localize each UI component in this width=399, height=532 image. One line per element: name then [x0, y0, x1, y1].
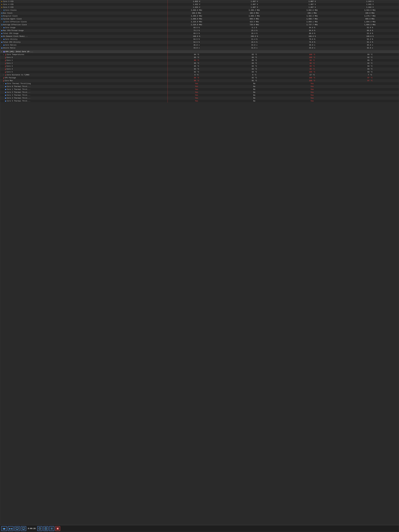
table-row: ∨ CPU [#0]: Intel Core i5-... [0, 50, 399, 53]
table-row: Core 3 Thermal Throt...YesNoYes [0, 94, 399, 97]
row-value-v3: 1.067 V [283, 0, 341, 3]
forward-back-btn[interactable]: ▶◀ [8, 526, 14, 531]
row-value-v2: 1.007 V [225, 6, 283, 9]
clock-icon [1, 18, 3, 20]
circle-icon [5, 94, 7, 96]
row-value-v1: 64.5 % [168, 41, 225, 44]
row-value-v4: 1.041 V [341, 3, 399, 6]
circle-icon [1, 32, 3, 34]
settings-btn[interactable] [49, 526, 54, 531]
row-value-v4: 3,563.9 MHz [341, 9, 399, 12]
svg-point-42 [5, 69, 6, 70]
svg-line-5 [4, 10, 5, 11]
vid-icon [1, 0, 3, 2]
row-name-cell: Uncore Ratio [0, 47, 168, 50]
row-value-v1: 100.0 MHz [168, 12, 225, 15]
svg-point-40 [5, 66, 6, 67]
thermometer-icon [5, 54, 7, 56]
row-value-v3: 100 °C [283, 79, 341, 82]
row-name-cell: Total CPU Utility [0, 41, 168, 44]
table-row: Core Max96 °C92 °C100 °C97 °C [0, 79, 399, 82]
thermometer-icon [5, 57, 6, 58]
row-name-cell: Core 0 [0, 56, 168, 59]
expand-arrow[interactable]: > [3, 74, 5, 76]
row-value-v3: 36.0 x [283, 44, 341, 47]
svg-line-67 [40, 529, 40, 529]
svg-rect-58 [16, 527, 19, 529]
back-forward-btn[interactable]: ◀▶ [1, 526, 7, 531]
monitor-btn1[interactable] [14, 526, 20, 531]
table-row: Core 095 °C86 °C100 °C92 °C [0, 56, 399, 59]
circle-icon [3, 44, 5, 46]
row-value-v1: 96 °C [168, 59, 225, 62]
row-label: Core 1 [6, 59, 13, 61]
row-value-v1: Yes [168, 82, 225, 85]
row-name-cell: Core 5 [0, 71, 168, 74]
row-value-v4 [341, 94, 399, 97]
row-value-v4: 35.6 x [341, 44, 399, 47]
table-row: Core 2 Thermal Throt...YesNoYes [0, 91, 399, 94]
row-value-v4: 60.0 % [341, 29, 399, 32]
row-value-v3: Yes [283, 91, 341, 94]
expand-arrow[interactable]: ∨ [1, 51, 3, 52]
row-value-v2: 3,399.2 MHz [225, 9, 283, 12]
circle-icon [1, 30, 3, 32]
row-value-v3: 75.9 % [283, 41, 341, 44]
clipboard-btn[interactable] [43, 526, 48, 531]
row-value-v1: 33.0 x [168, 47, 225, 50]
row-label: Ring/LLC Clock [3, 15, 18, 17]
svg-rect-49 [3, 80, 4, 81]
circle-icon [5, 89, 7, 90]
svg-point-34 [5, 58, 6, 58]
row-value-v1: Yes [168, 88, 225, 91]
expand-arrow[interactable]: > [1, 10, 3, 11]
table-row: Max CPU/Thread Usage73.2 %25.3 %84.6 %60… [0, 29, 399, 32]
row-value-v2: 31.0 x [225, 47, 283, 50]
row-value-v1: Yes [168, 100, 225, 102]
row-value-v1: 2,326.0 MHz [168, 23, 225, 26]
clock-btn[interactable] [37, 526, 43, 531]
row-value-v3: 79.6 % [283, 38, 341, 41]
timer-display: 0:00:26 [28, 527, 36, 530]
row-label: Core 2 Thermal Throt... [7, 91, 30, 93]
row-value-v2: No [225, 97, 283, 100]
row-name-cell: Core 4 VID [0, 3, 168, 6]
table-row: Core 492 °C83 °C99 °C93 °C [0, 68, 399, 71]
expand-arrow[interactable]: > [1, 27, 3, 29]
close-btn[interactable] [55, 526, 60, 531]
row-value-v1: 1,000.0 MHz [168, 18, 225, 20]
table-container: Core 3 VID1.022 V1.007 V1.067 V1.043 VCo… [0, 0, 399, 525]
row-name-cell: > Core Distance to TjMAX [0, 74, 168, 76]
row-value-v3: 2,869.1 MHz [283, 20, 341, 23]
svg-rect-30 [4, 51, 5, 52]
monitor-btn2[interactable]: → [21, 526, 26, 531]
row-name-cell: > Core Effective Clocks [0, 20, 168, 23]
circle-icon [1, 41, 3, 43]
row-label: Total CPU Usage [3, 32, 19, 34]
row-value-v2: 25.3 % [225, 29, 283, 32]
row-value-v3 [283, 50, 341, 53]
svg-line-17 [4, 22, 5, 22]
vid-icon [1, 3, 3, 5]
row-name-cell: Core 4 Thermal Throt... [0, 97, 168, 100]
row-value-v3: 100 °C [283, 76, 341, 79]
svg-line-20 [2, 25, 2, 25]
row-value-v1: 2,326.0 MHz [168, 20, 225, 23]
expand-arrow[interactable]: > [1, 21, 3, 23]
row-value-v3: 100.1 MHz [283, 12, 341, 15]
expand-arrow[interactable]: > [1, 39, 3, 40]
row-value-v1: 92 °C [168, 68, 225, 71]
expand-arrow[interactable]: ∨ [3, 54, 5, 55]
expand-arrow[interactable]: > [1, 44, 3, 46]
row-value-v2: 11.4 % [225, 38, 283, 41]
table-row: Core 295 °C84 °C98 °C92 °C [0, 62, 399, 65]
thermometer-icon [5, 59, 6, 61]
svg-line-14 [2, 19, 2, 19]
expand-arrow[interactable]: ∨ [3, 83, 5, 84]
row-label: Core Utility [5, 38, 18, 40]
row-value-v3: 100.0 % [283, 35, 341, 38]
row-value-v4: 52.6 % [341, 32, 399, 35]
table-row: ∨ Core Thermal ThrottlingYesNoYes [0, 82, 399, 85]
svg-point-32 [5, 55, 6, 55]
svg-point-28 [1, 48, 2, 49]
